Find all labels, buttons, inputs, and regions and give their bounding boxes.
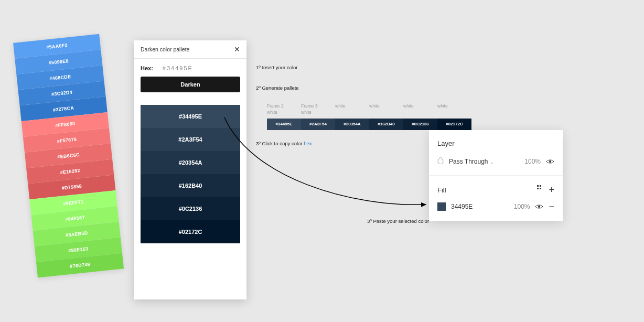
svg-point-1 bbox=[538, 206, 540, 208]
hex-link[interactable]: hex bbox=[304, 141, 312, 146]
fill-opacity-input[interactable]: 100% bbox=[514, 203, 530, 210]
frame-sublabel: white bbox=[335, 103, 369, 110]
frame-name: Frame 2 bbox=[267, 103, 301, 110]
generated-palette: #34495E#2A3F54#20354A#162B40#0C2136#0217… bbox=[141, 105, 240, 243]
generated-swatch[interactable]: #0C2136 bbox=[141, 197, 240, 220]
plugin-title: Darken color pallete bbox=[141, 46, 189, 52]
frame-sublabel: white bbox=[403, 103, 437, 110]
layer-section-title: Layer bbox=[437, 139, 554, 147]
figma-layer-panel: Layer Pass Through ⌄ 100% Fill + 34495E … bbox=[429, 130, 563, 221]
instruction-step3: 3º Click to copy color hex bbox=[256, 141, 312, 146]
style-icon[interactable] bbox=[537, 185, 541, 195]
chevron-down-icon: ⌄ bbox=[490, 159, 494, 165]
generated-swatch[interactable]: #20354A bbox=[141, 151, 240, 174]
svg-point-0 bbox=[549, 160, 551, 163]
generated-swatch[interactable]: #02172C bbox=[141, 220, 240, 243]
canvas-frames: Frame 2whiteFrame 3whitewhitewhitewhitew… bbox=[267, 103, 471, 130]
generated-swatch[interactable]: #34495E bbox=[141, 105, 240, 128]
eye-icon[interactable] bbox=[535, 204, 543, 209]
frame-sublabel: white bbox=[267, 110, 301, 116]
frame-label: white bbox=[369, 103, 403, 116]
canvas-swatch[interactable]: #02172C bbox=[437, 119, 471, 130]
hex-label: Hex: bbox=[141, 65, 153, 71]
droplet-icon bbox=[437, 157, 444, 166]
frame-label: white bbox=[437, 103, 471, 116]
instruction-step2: 2º Generate pallete bbox=[256, 85, 299, 91]
plugin-header: Darken color pallete ✕ bbox=[134, 40, 246, 59]
close-icon[interactable]: ✕ bbox=[234, 46, 240, 53]
step3-text: 3º Click to copy color bbox=[256, 141, 304, 146]
blend-mode-value: Pass Through bbox=[449, 158, 488, 165]
add-fill-button[interactable]: + bbox=[549, 185, 554, 195]
fill-row: 34495E 100% − bbox=[437, 202, 554, 211]
fill-hex-input[interactable]: 34495E bbox=[451, 203, 473, 210]
canvas-swatch[interactable]: #20354A bbox=[335, 119, 369, 130]
eye-icon[interactable] bbox=[546, 159, 554, 164]
example-palette-strip: #5AA0F2#5096E8#468CDE#3C82D4#3278CA#FF80… bbox=[13, 34, 124, 278]
frame-sublabel: white bbox=[369, 103, 403, 110]
instruction-step1: 1º Insert your color bbox=[256, 65, 298, 70]
canvas-swatch[interactable]: #0C2136 bbox=[403, 119, 437, 130]
generated-swatch[interactable]: #162B40 bbox=[141, 174, 240, 197]
fill-section-title: Fill bbox=[437, 186, 446, 194]
layer-opacity-input[interactable]: 100% bbox=[524, 158, 541, 165]
frame-label: white bbox=[335, 103, 369, 116]
frame-name: Frame 3 bbox=[301, 103, 335, 110]
frame-label: Frame 2white bbox=[267, 103, 301, 116]
frame-sublabel: white bbox=[437, 103, 471, 110]
fill-section-header: Fill + bbox=[437, 185, 554, 195]
blend-mode-select[interactable]: Pass Through ⌄ bbox=[449, 158, 494, 165]
canvas-swatch[interactable]: #2A3F54 bbox=[301, 119, 335, 130]
generated-swatch[interactable]: #2A3F54 bbox=[141, 128, 240, 151]
frame-labels-row: Frame 2whiteFrame 3whitewhitewhitewhitew… bbox=[267, 103, 471, 116]
instruction-step4: 3º Paste your selected color bbox=[367, 218, 429, 224]
canvas-swatch[interactable]: #34495E bbox=[267, 119, 301, 130]
panel-divider bbox=[429, 175, 563, 176]
blend-mode-row: Pass Through ⌄ 100% bbox=[437, 157, 554, 166]
hex-input[interactable]: #34495E bbox=[163, 65, 193, 71]
frame-sublabel: white bbox=[301, 110, 335, 116]
canvas-swatch[interactable]: #162B40 bbox=[369, 119, 403, 130]
frame-label: white bbox=[403, 103, 437, 116]
darken-plugin-panel: Darken color pallete ✕ Hex: #34495E Dark… bbox=[134, 40, 246, 299]
remove-fill-button[interactable]: − bbox=[549, 202, 554, 211]
horizontal-swatch-strip: #34495E#2A3F54#20354A#162B40#0C2136#0217… bbox=[267, 119, 471, 130]
hex-input-row: Hex: #34495E bbox=[134, 59, 246, 77]
darken-button[interactable]: Darken bbox=[141, 77, 240, 92]
frame-label: Frame 3white bbox=[301, 103, 335, 116]
fill-color-swatch[interactable] bbox=[437, 202, 446, 211]
annotation-arrow bbox=[220, 115, 435, 220]
